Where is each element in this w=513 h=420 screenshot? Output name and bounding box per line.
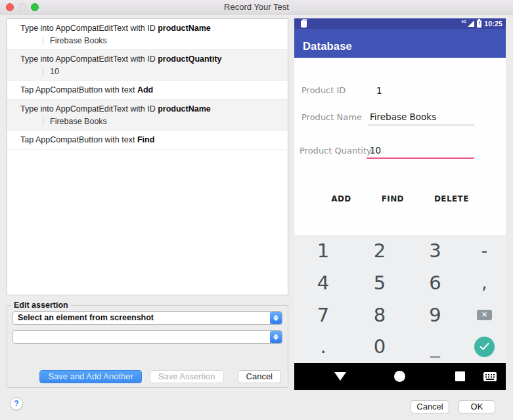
product-id-label: Product ID xyxy=(301,85,346,95)
save-and-add-another-button[interactable]: Save and Add Another xyxy=(39,370,141,383)
indent-tick-icon xyxy=(43,37,43,45)
action-target: Add xyxy=(137,85,153,94)
recorded-action-row[interactable]: Type into AppCompatEditText with ID prod… xyxy=(7,100,288,131)
recorded-action-row[interactable]: Type into AppCompatEditText with ID prod… xyxy=(7,19,288,50)
recorded-action-row[interactable]: Type into AppCompatEditText with ID prod… xyxy=(7,50,288,81)
action-target: productQuantity xyxy=(158,54,221,64)
window-title: Record Your Test xyxy=(224,2,289,12)
android-app-bar: Database xyxy=(294,29,506,58)
recents-icon[interactable] xyxy=(455,371,465,381)
product-id-value: 1 xyxy=(376,85,382,96)
action-text: Tap AppCompatButton with text Add xyxy=(20,85,282,96)
product-quantity-field[interactable]: 10 xyxy=(370,145,381,156)
product-name-field[interactable]: Firebase Books xyxy=(370,112,436,122)
add-button[interactable]: ADD xyxy=(327,192,355,206)
form-action-buttons: ADD FIND DELETE xyxy=(294,192,506,206)
key-underscore[interactable]: _ xyxy=(407,331,463,363)
edit-assertion-group: Edit assertion Select an element from sc… xyxy=(7,301,288,388)
element-select-dropdown[interactable]: Select an element from screenshot xyxy=(12,311,282,325)
android-status-bar: 4G 10:25 xyxy=(294,18,506,29)
action-target: Find xyxy=(137,135,154,144)
status-bar-right: 4G 10:25 xyxy=(461,20,502,28)
database-form: Product ID 1 Product Name Firebase Books… xyxy=(294,58,506,235)
key-5[interactable]: 5 xyxy=(352,267,407,299)
dropdown-stepper-icon xyxy=(270,331,282,343)
action-text: Tap AppCompatButton with text Find xyxy=(20,135,282,146)
recorded-actions-list: Type into AppCompatEditText with ID prod… xyxy=(7,18,288,295)
numeric-keypad: 1 2 3 - 4 5 6 , 7 8 9 ✕ . 0 _ xyxy=(294,235,506,363)
action-prefix: Type into AppCompatEditText with ID xyxy=(20,24,158,33)
action-text: Type into AppCompatEditText with ID prod… xyxy=(20,54,282,65)
hide-keyboard-back-icon[interactable] xyxy=(334,372,346,381)
save-assertion-button[interactable]: Save Assertion xyxy=(150,370,224,383)
action-prefix: Type into AppCompatEditText with ID xyxy=(20,104,158,114)
key-backspace[interactable]: ✕ xyxy=(463,299,506,331)
home-icon[interactable] xyxy=(394,371,405,382)
title-bar: Record Your Test xyxy=(0,0,513,14)
action-value: Firebase Books xyxy=(43,116,282,127)
window-controls xyxy=(6,3,39,11)
assertion-button-row: Save and Add Another Save Assertion Canc… xyxy=(7,370,281,383)
indent-tick-icon xyxy=(43,68,43,76)
product-quantity-label: Product Quantity xyxy=(300,146,372,156)
key-7[interactable]: 7 xyxy=(294,299,352,331)
key-period[interactable]: . xyxy=(294,331,352,363)
action-value: 10 xyxy=(43,66,282,77)
element-select-value: Select an element from screenshot xyxy=(18,313,154,322)
key-9[interactable]: 9 xyxy=(407,299,463,331)
key-minus[interactable]: - xyxy=(463,235,506,267)
minimize-window-button[interactable] xyxy=(18,3,26,11)
key-3[interactable]: 3 xyxy=(407,235,463,267)
lock-notification-icon xyxy=(301,20,307,28)
dialog-ok-button[interactable]: OK xyxy=(458,400,495,413)
key-comma[interactable]: , xyxy=(463,267,506,299)
signal-icon xyxy=(468,20,474,27)
keyboard-switcher-icon[interactable] xyxy=(483,372,497,384)
action-target: productName xyxy=(158,104,211,114)
close-window-button[interactable] xyxy=(6,3,14,11)
done-check-icon xyxy=(474,337,495,357)
zoom-window-button[interactable] xyxy=(31,3,39,11)
dialog-cancel-button[interactable]: Cancel xyxy=(411,400,449,413)
action-value: Firebase Books xyxy=(43,35,282,46)
product-quantity-underline-focused xyxy=(367,158,474,159)
find-button[interactable]: FIND xyxy=(378,192,408,206)
action-prefix: Tap AppCompatButton with text xyxy=(20,135,137,144)
action-text: Type into AppCompatEditText with ID prod… xyxy=(20,104,282,115)
action-prefix: Tap AppCompatButton with text xyxy=(20,85,137,94)
key-6[interactable]: 6 xyxy=(407,267,463,299)
backspace-icon: ✕ xyxy=(477,310,492,320)
product-name-underline xyxy=(368,125,474,125)
key-4[interactable]: 4 xyxy=(294,267,352,299)
key-8[interactable]: 8 xyxy=(352,299,407,331)
dropdown-stepper-icon xyxy=(270,312,282,324)
key-1[interactable]: 1 xyxy=(294,235,352,267)
product-name-label: Product Name xyxy=(301,112,362,122)
action-text: Type into AppCompatEditText with ID prod… xyxy=(20,23,282,34)
assertion-select-dropdown[interactable] xyxy=(12,330,282,344)
cancel-assertion-button[interactable]: Cancel xyxy=(238,370,281,383)
key-0[interactable]: 0 xyxy=(352,331,407,363)
app-bar-title: Database xyxy=(303,40,352,52)
recorded-action-row[interactable]: Tap AppCompatButton with text Find xyxy=(7,131,288,150)
help-button[interactable]: ? xyxy=(10,397,23,410)
status-bar-clock: 10:25 xyxy=(484,20,502,28)
android-nav-bar xyxy=(294,363,506,390)
delete-button[interactable]: DELETE xyxy=(430,192,473,206)
indent-tick-icon xyxy=(43,117,43,126)
recorded-action-row[interactable]: Tap AppCompatButton with text Add xyxy=(7,81,288,100)
key-2[interactable]: 2 xyxy=(352,235,407,267)
key-done[interactable] xyxy=(463,331,506,363)
action-target: productName xyxy=(158,24,211,33)
battery-charging-icon xyxy=(477,20,481,28)
network-type-label: 4G xyxy=(461,20,466,24)
edit-assertion-legend: Edit assertion xyxy=(11,301,71,310)
device-screenshot[interactable]: 4G 10:25 Database Product ID 1 Product N… xyxy=(294,18,506,390)
action-prefix: Type into AppCompatEditText with ID xyxy=(20,54,158,64)
